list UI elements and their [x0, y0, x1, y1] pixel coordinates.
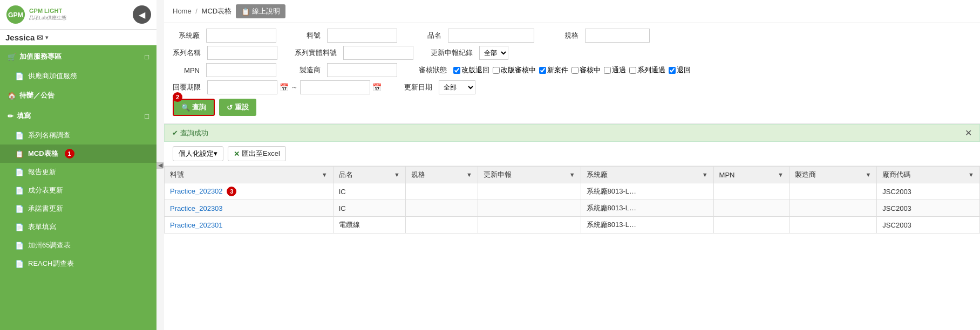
personalize-button[interactable]: 個人化設定▾ — [173, 146, 223, 161]
cb-退回-input[interactable] — [669, 67, 676, 74]
cell-part-no-2: Practice_202301 — [165, 217, 334, 233]
period-start-cal-icon[interactable]: 📅 — [280, 83, 289, 92]
col-label-vendor-code: 廠商代碼 — [882, 170, 910, 180]
series-entity-input[interactable] — [343, 46, 413, 60]
doc-icon-ca65: 📄 — [15, 242, 24, 250]
cb-改版退回-input[interactable] — [453, 67, 460, 74]
cb-新案件[interactable]: 新案件 — [539, 65, 568, 75]
app-name: GPM LIGHT — [29, 8, 66, 15]
part-no-input[interactable] — [327, 29, 397, 43]
sidebar-item-form-fill[interactable]: 📄 表單填寫 — [0, 218, 156, 236]
series-name-input[interactable] — [207, 46, 277, 60]
sidebar-item-series-survey[interactable]: 📄 系列名稱調查 — [0, 126, 156, 145]
col-label-vendor: 系統廠 — [587, 170, 608, 180]
cell-product-0: IC — [333, 183, 405, 200]
cb-通過[interactable]: 通過 — [604, 65, 626, 75]
vendor-input[interactable] — [206, 29, 276, 43]
cb-審核中[interactable]: 審核中 — [571, 65, 601, 75]
help-button[interactable]: 📋 線上說明 — [236, 4, 285, 18]
form-row-4: 回覆期限 📅 ～ 📅 更新日期 全部 近7天 近30天 — [173, 80, 971, 94]
cb-審核中-input[interactable] — [571, 67, 579, 74]
badge-2: 2 — [173, 92, 182, 102]
cell-vendor-code-2: JSC2003 — [877, 217, 980, 233]
filter-icon-manufacturer[interactable]: ▼ — [865, 171, 871, 178]
filter-icon-vendor-code[interactable]: ▼ — [968, 171, 974, 178]
filter-icon-spec[interactable]: ▼ — [466, 171, 472, 178]
col-vendor: 系統廠 ▼ — [581, 167, 713, 183]
sidebar-collapse-handle[interactable]: ◀ — [156, 162, 164, 169]
table-toolbar: 個人化設定▾ ✕ 匯出至Excel — [164, 142, 980, 166]
col-manufacturer: 製造商 ▼ — [790, 167, 877, 183]
doc-icon-supplier: 📄 — [15, 72, 24, 80]
group-icon-edit: ✏ — [8, 112, 13, 120]
filter-icon-mpn[interactable]: ▼ — [778, 171, 784, 178]
period-end-cal-icon[interactable]: 📅 — [372, 83, 382, 92]
cell-spec-1 — [405, 200, 478, 217]
sidebar-item-mcd-form[interactable]: 📋 MCD表格 1 — [0, 145, 156, 163]
search-form: 系統廠 料號 品名 規格 系列名稱 系列實體料號 更新申報紀錄 全部 有 無 M… — [164, 23, 980, 124]
update-record-select[interactable]: 全部 有 無 — [479, 46, 508, 60]
sidebar-item-label-series-survey: 系列名稱調查 — [28, 130, 70, 140]
cb-系列通過[interactable]: 系列通過 — [629, 65, 665, 75]
filter-icon-update-report[interactable]: ▼ — [569, 171, 575, 178]
breadcrumb-home[interactable]: Home — [173, 7, 192, 15]
sidebar-item-reach-survey[interactable]: 📄 REACH調查表 — [0, 255, 156, 273]
sidebar-item-label-commitment-update: 承諾書更新 — [28, 204, 63, 214]
cb-改版退回[interactable]: 改版退回 — [453, 65, 489, 75]
col-mpn: MPN ▼ — [713, 167, 789, 183]
doc-icon-mcd: 📋 — [15, 150, 24, 158]
part-no-link-0[interactable]: Practice_202302 — [170, 187, 223, 195]
part-no-link-2[interactable]: Practice_202301 — [170, 221, 223, 229]
cb-審核中-label: 審核中 — [580, 65, 601, 75]
sidebar-group-pending[interactable]: 🏠 待辦／公告 — [0, 85, 156, 106]
group-collapse-icon-2: □ — [145, 112, 149, 120]
spec-input[interactable] — [585, 29, 650, 43]
sidebar-group-label-fill-in: 填寫 — [17, 111, 145, 121]
search-btn-row: 2 🔍 查詢 ↺ 重設 — [173, 99, 971, 116]
cb-改版審核中-input[interactable] — [493, 67, 500, 74]
doc-icon-reach: 📄 — [15, 260, 24, 268]
series-name-label: 系列名稱 — [173, 48, 201, 58]
logo-icon: GPM — [5, 4, 26, 25]
export-excel-button[interactable]: ✕ 匯出至Excel — [228, 146, 286, 161]
back-button[interactable]: ◀ — [133, 5, 151, 24]
sidebar-item-ca65-survey[interactable]: 📄 加州65調查表 — [0, 236, 156, 255]
part-no-link-1[interactable]: Practice_202303 — [170, 204, 223, 212]
cb-改版審核中[interactable]: 改版審核中 — [493, 65, 536, 75]
user-chevron-icon[interactable]: ▾ — [45, 35, 48, 40]
tilde: ～ — [291, 82, 298, 92]
cb-新案件-input[interactable] — [539, 67, 546, 74]
cb-通過-input[interactable] — [604, 67, 611, 74]
filter-icon-part-no[interactable]: ▼ — [322, 171, 328, 178]
sidebar-group-value-added[interactable]: 🛒 加值服務專區 □ — [0, 46, 156, 67]
help-btn-label: 線上說明 — [252, 6, 280, 16]
cb-系列通過-input[interactable] — [629, 67, 636, 74]
sidebar-item-supplier-value[interactable]: 📄 供應商加值服務 — [0, 67, 156, 85]
sidebar-item-label-ingredient-update: 成分表更新 — [28, 185, 63, 195]
cell-update-report-1 — [478, 200, 581, 217]
product-name-input[interactable] — [448, 29, 534, 43]
sidebar-item-report-update[interactable]: 📄 報告更新 — [0, 163, 156, 181]
cell-manufacturer-0 — [790, 183, 877, 200]
sidebar-group-fill-in[interactable]: ✏ 填寫 □ — [0, 106, 156, 126]
breadcrumb: Home / MCD表格 — [173, 6, 232, 16]
update-date-select[interactable]: 全部 近7天 近30天 — [439, 80, 475, 94]
manufacturer-input[interactable] — [327, 63, 397, 77]
sidebar-item-commitment-update[interactable]: 📄 承諾書更新 — [0, 200, 156, 218]
close-icon[interactable]: ✕ — [965, 128, 972, 138]
reset-button[interactable]: ↺ 重設 — [219, 99, 256, 116]
filter-icon-product[interactable]: ▼ — [394, 171, 400, 178]
user-row[interactable]: Jessica ✉ ▾ — [0, 30, 156, 46]
group-icon-home: 🏠 — [8, 92, 16, 100]
filter-icon-vendor[interactable]: ▼ — [702, 171, 708, 178]
period-start-input[interactable] — [207, 80, 277, 94]
sidebar-item-ingredient-update[interactable]: 📄 成分表更新 — [0, 181, 156, 200]
cb-退回[interactable]: 退回 — [669, 65, 691, 75]
cell-vendor-code-0: JSC2003 — [877, 183, 980, 200]
cell-update-report-2 — [478, 217, 581, 233]
period-end-input[interactable] — [300, 80, 370, 94]
badge-3: 3 — [227, 187, 236, 196]
mpn-input[interactable] — [206, 63, 276, 77]
form-row-1: 系統廠 料號 品名 規格 — [173, 29, 971, 43]
cell-update-report-0 — [478, 183, 581, 200]
